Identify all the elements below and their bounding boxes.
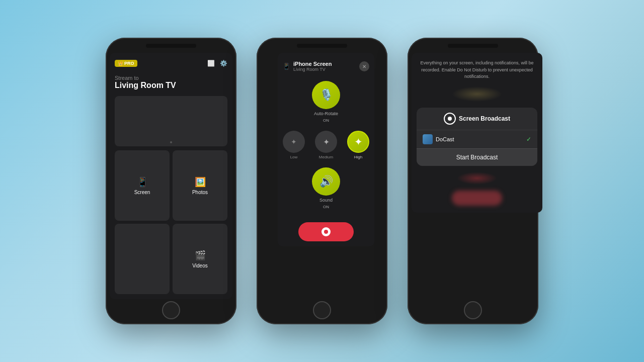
- modal-header: 📱 iPhone Screen Living Room TV ✕: [283, 58, 369, 75]
- sparkle-medium-icon: ✦: [323, 137, 330, 147]
- glow-top: [452, 86, 502, 102]
- record-button[interactable]: [298, 222, 354, 241]
- broadcast-icon: [444, 113, 456, 125]
- photos-icon: 🖼️: [195, 176, 206, 188]
- quality-high-label: High: [354, 155, 362, 159]
- record-dot-inner: [324, 230, 328, 234]
- modal-header-left: 📱 iPhone Screen Living Room TV: [283, 61, 332, 72]
- grid-item-videos[interactable]: 🎬 Videos: [173, 224, 227, 294]
- phone-small-icon: 📱: [283, 63, 290, 70]
- docast-left: DoCast: [423, 134, 454, 144]
- videos-label: Videos: [192, 263, 207, 268]
- tv-name-label: Living Room TV: [115, 81, 227, 90]
- photos-label: Photos: [192, 190, 208, 195]
- glow-bottom: [457, 172, 497, 185]
- docast-row[interactable]: DoCast ✓: [417, 130, 537, 148]
- start-broadcast-button[interactable]: Start Broadcast: [417, 148, 537, 166]
- preview-dot: [170, 141, 172, 143]
- phone-3: Everything on your screen, including not…: [408, 38, 538, 324]
- docast-label: DoCast: [436, 136, 454, 142]
- phone1-screen: 👑 PRO ⬜ ⚙️ Stream to Living Room TV 📱 Sc…: [110, 53, 232, 299]
- grid-items: 📱 Screen 🖼️ Photos 🎬 Videos: [115, 150, 227, 294]
- sparkle-large-icon: ✦: [354, 136, 363, 148]
- quality-medium-circle: ✦: [315, 131, 337, 153]
- pro-badge: 👑 PRO: [115, 60, 137, 67]
- header-icons: ⬜ ⚙️: [207, 60, 227, 67]
- monitor-icon: ⬜: [207, 60, 215, 67]
- quality-medium[interactable]: ✦ Medium: [315, 131, 337, 159]
- pro-badge-label: PRO: [124, 61, 134, 66]
- quality-high[interactable]: ✦ High: [347, 131, 369, 159]
- modal-close-button[interactable]: ✕: [359, 61, 369, 71]
- settings-icon: ⚙️: [220, 60, 227, 67]
- modal-title: iPhone Screen: [293, 61, 332, 67]
- quality-medium-label: Medium: [319, 155, 333, 159]
- broadcast-icon-dot: [448, 117, 452, 121]
- grid-item-screen[interactable]: 📱 Screen: [115, 150, 170, 221]
- quality-low-label: Low: [290, 155, 298, 159]
- home-button-2[interactable]: [313, 301, 331, 319]
- grid-item-blank: [115, 224, 170, 294]
- controls-section: 🎙️ Auto-Rotate ON ✦ Low ✦ Medium: [283, 81, 369, 241]
- quality-row: ✦ Low ✦ Medium ✦ High: [283, 131, 369, 159]
- home-button-1[interactable]: [162, 301, 180, 319]
- stream-to-label: Stream to: [115, 75, 227, 81]
- phone1-header: 👑 PRO ⬜ ⚙️: [115, 58, 227, 69]
- videos-icon: 🎬: [195, 250, 206, 261]
- broadcast-card-header: Screen Broadcast: [417, 108, 537, 130]
- phone3-screen: Everything on your screen, including not…: [412, 53, 542, 213]
- checkmark-icon: ✓: [526, 136, 531, 143]
- quality-high-circle: ✦: [347, 131, 369, 153]
- sound-icon: 🔊: [319, 175, 333, 188]
- phone-2: 📱 iPhone Screen Living Room TV ✕ 🎙️ Auto…: [257, 38, 387, 324]
- auto-rotate-label: Auto-Rotate: [314, 111, 338, 116]
- sound-label: Sound: [319, 198, 333, 203]
- screen-icon: 📱: [137, 176, 148, 188]
- phone2-screen: 📱 iPhone Screen Living Room TV ✕ 🎙️ Auto…: [278, 53, 374, 246]
- preview-area: [115, 96, 227, 146]
- quality-low-circle: ✦: [283, 131, 305, 153]
- sparkle-small-icon: ✦: [291, 138, 297, 146]
- grid-item-photos[interactable]: 🖼️ Photos: [173, 150, 227, 221]
- auto-rotate-status: ON: [323, 118, 329, 123]
- microphone-icon: 🎙️: [319, 88, 333, 102]
- sound-status: ON: [323, 205, 329, 209]
- quality-low[interactable]: ✦ Low: [283, 131, 305, 159]
- auto-rotate-control[interactable]: 🎙️ Auto-Rotate ON: [312, 81, 340, 123]
- home-button-3[interactable]: [464, 301, 482, 319]
- screen-label: Screen: [134, 190, 150, 195]
- broadcast-card: Screen Broadcast DoCast ✓ Start Broadcas…: [417, 108, 537, 166]
- crown-icon: 👑: [118, 61, 123, 66]
- phone1-title: Stream to Living Room TV: [115, 73, 227, 92]
- modal-subtitle: Living Room TV: [293, 67, 332, 72]
- auto-rotate-circle: 🎙️: [312, 81, 340, 109]
- docast-app-icon: [423, 134, 433, 144]
- broadcast-info-text: Everything on your screen, including not…: [417, 60, 537, 80]
- record-dot: [321, 227, 331, 236]
- sound-control[interactable]: 🔊 Sound ON: [312, 167, 340, 209]
- blurred-button: [452, 191, 502, 206]
- phone-1: 👑 PRO ⬜ ⚙️ Stream to Living Room TV 📱 Sc…: [106, 38, 236, 324]
- modal-title-block: iPhone Screen Living Room TV: [293, 61, 332, 72]
- sound-circle: 🔊: [312, 167, 340, 196]
- broadcast-title: Screen Broadcast: [459, 115, 510, 122]
